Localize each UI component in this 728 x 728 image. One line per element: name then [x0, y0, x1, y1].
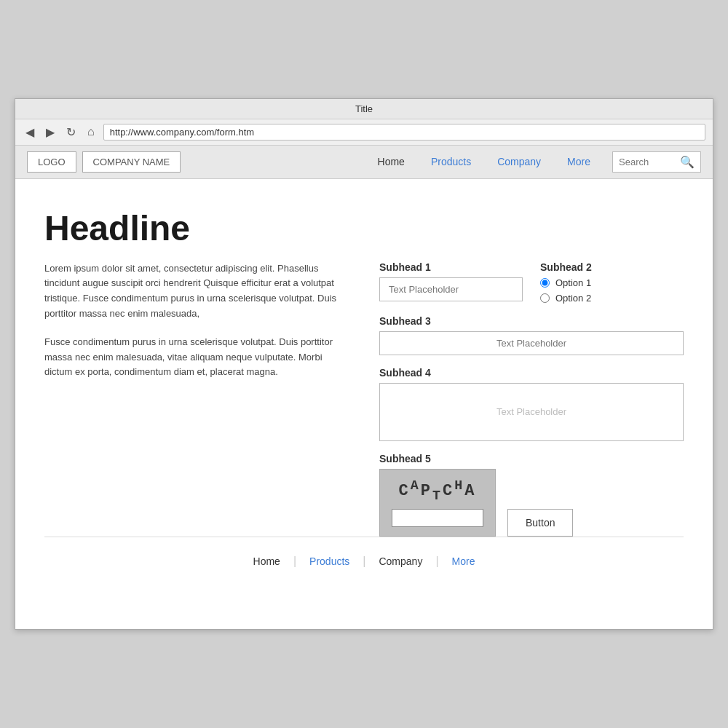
- body-text-2: Fusce condimentum purus in urna sceleris…: [44, 335, 350, 380]
- captcha-input[interactable]: [392, 509, 483, 527]
- company-name: COMPANY NAME: [93, 157, 170, 167]
- back-button[interactable]: ◀: [23, 124, 37, 141]
- nav-link-products[interactable]: Products: [418, 151, 484, 172]
- nav-link-home[interactable]: Home: [365, 151, 418, 172]
- form-row-1: Subhead 1 Subhead 2 Option 1: [379, 261, 684, 304]
- submit-button[interactable]: Button: [507, 509, 573, 537]
- form-group-subhead1: Subhead 1: [379, 261, 523, 304]
- nav-link-more[interactable]: More: [554, 151, 604, 172]
- forward-button[interactable]: ▶: [43, 124, 58, 141]
- subhead1-input[interactable]: [379, 277, 523, 301]
- address-input[interactable]: [103, 124, 705, 141]
- address-bar: ◀ ▶ ↻ ⌂: [15, 119, 713, 146]
- company-name-box: COMPANY NAME: [82, 151, 181, 173]
- search-container: 🔍: [612, 151, 701, 173]
- radio-option1[interactable]: Option 1: [540, 277, 684, 288]
- radio-group: Option 1 Option 2: [540, 277, 684, 304]
- browser-window: Title ◀ ▶ ↻ ⌂ LOGO COMPANY NAME Home Pro…: [15, 98, 713, 630]
- footer-link-company[interactable]: Company: [365, 555, 435, 567]
- subhead5-label: Subhead 5: [379, 453, 684, 464]
- footer-link-more[interactable]: More: [439, 555, 488, 567]
- radio-option1-input[interactable]: [540, 278, 550, 288]
- subhead1-label: Subhead 1: [379, 261, 523, 273]
- subhead4-textarea-wrapper: Text Placeholder: [379, 383, 684, 441]
- captcha-image: CAPTCHA: [392, 478, 483, 504]
- search-input[interactable]: [619, 157, 677, 167]
- body-text-1: Lorem ipsum dolor sit amet, consectetur …: [44, 261, 350, 322]
- captcha-box: CAPTCHA: [379, 469, 496, 537]
- subhead4-placeholder: Text Placeholder: [496, 406, 566, 417]
- form-group-subhead2: Subhead 2 Option 1 Option 2: [540, 261, 684, 304]
- subhead2-label: Subhead 2: [540, 261, 684, 273]
- search-icon: 🔍: [680, 155, 695, 169]
- radio-option2-input[interactable]: [540, 293, 550, 303]
- subhead3-input[interactable]: [379, 331, 684, 355]
- radio-option2-label: Option 2: [555, 293, 591, 304]
- home-button[interactable]: ⌂: [84, 124, 98, 140]
- radio-option1-label: Option 1: [555, 277, 591, 288]
- form-group-subhead3: Subhead 3: [379, 315, 684, 355]
- subhead4-label: Subhead 4: [379, 367, 684, 379]
- page-content: Headline Lorem ipsum dolor sit amet, con…: [15, 179, 713, 630]
- form-group-subhead5: Subhead 5 CAPTCHA Button: [379, 453, 684, 537]
- nav-bar: LOGO COMPANY NAME Home Products Company …: [15, 146, 713, 179]
- page-title: Title: [355, 103, 373, 114]
- refresh-button[interactable]: ↻: [63, 124, 79, 141]
- subhead3-label: Subhead 3: [379, 315, 684, 327]
- footer-link-home[interactable]: Home: [240, 555, 293, 567]
- logo-box: LOGO: [27, 151, 76, 173]
- page-headline: Headline: [44, 208, 684, 248]
- logo-label: LOGO: [38, 157, 66, 167]
- form-group-subhead4: Subhead 4 Text Placeholder: [379, 367, 684, 441]
- nav-links: Home Products Company More 🔍: [365, 151, 701, 173]
- footer-link-products[interactable]: Products: [296, 555, 363, 567]
- radio-option2[interactable]: Option 2: [540, 293, 684, 304]
- content-layout: Lorem ipsum dolor sit amet, consectetur …: [44, 261, 684, 537]
- captcha-container: CAPTCHA Button: [379, 469, 684, 537]
- title-bar: Title: [15, 99, 713, 119]
- left-column: Lorem ipsum dolor sit amet, consectetur …: [44, 261, 350, 394]
- footer-nav: Home | Products | Company | More: [44, 537, 684, 585]
- nav-link-company[interactable]: Company: [484, 151, 554, 172]
- right-column: Subhead 1 Subhead 2 Option 1: [379, 261, 684, 537]
